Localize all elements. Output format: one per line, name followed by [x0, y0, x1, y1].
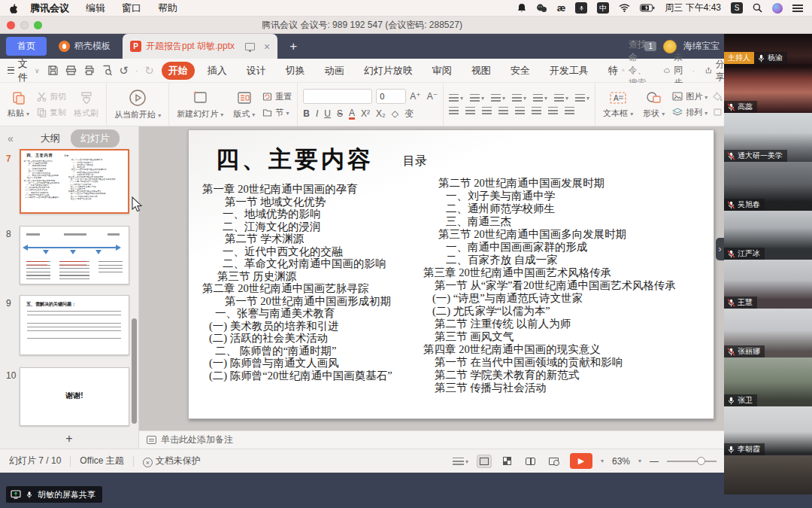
- menu-app-name[interactable]: 腾讯会议: [30, 2, 69, 15]
- slide-sorter-button[interactable]: [500, 455, 515, 468]
- spotlight-search-icon[interactable]: [753, 3, 762, 13]
- zoom-level[interactable]: 63%: [612, 456, 630, 467]
- picture-button[interactable]: 图片 ▾: [672, 91, 707, 102]
- menu-window[interactable]: 窗口: [122, 2, 141, 15]
- decrease-indent-icon[interactable]: ▾: [491, 94, 505, 102]
- theme-label[interactable]: Office 主题: [80, 455, 123, 467]
- subscript-icon[interactable]: X₂: [376, 108, 386, 119]
- notes-bar[interactable]: 单击此处添加备注: [139, 430, 724, 449]
- superscript-icon[interactable]: X²: [361, 108, 370, 119]
- font-size-input[interactable]: [376, 89, 406, 104]
- indent-left-icon[interactable]: [532, 107, 541, 114]
- bullets-icon[interactable]: ▾: [449, 94, 463, 102]
- participant-tile[interactable]: 主持人 杨渝: [724, 34, 812, 64]
- participant-tile[interactable]: 江严冰: [724, 211, 812, 260]
- wifi-icon[interactable]: [619, 4, 630, 12]
- ribbon-tab[interactable]: 设计: [240, 62, 273, 80]
- font-name-input[interactable]: [303, 89, 372, 104]
- menubar-clock[interactable]: 周三 下午4:43: [665, 2, 721, 14]
- participant-tile[interactable]: 张丽娜: [724, 309, 812, 357]
- slide-thumbnail-10[interactable]: 谢谢!: [20, 367, 129, 426]
- bold-icon[interactable]: B: [303, 108, 310, 119]
- justify-icon[interactable]: [498, 107, 508, 114]
- fill-button[interactable]: 填充 ▾: [713, 91, 724, 102]
- input-method-icon[interactable]: 中: [597, 2, 609, 14]
- app-s-icon[interactable]: S: [731, 2, 743, 14]
- slide-thumbnail-9[interactable]: 五、需解决的关键问题：: [20, 295, 129, 355]
- collapse-panel-button[interactable]: «: [8, 132, 14, 144]
- font-color-icon[interactable]: A: [349, 108, 355, 120]
- participant-tile[interactable]: 王慧: [724, 260, 812, 309]
- file-menu-button[interactable]: 文件 ∨: [8, 57, 40, 84]
- ribbon-tab[interactable]: 开始: [162, 62, 195, 80]
- participant-tile[interactable]: 李朝霞: [724, 406, 812, 455]
- zoom-slider-knob[interactable]: [697, 457, 705, 465]
- ribbon-tab[interactable]: 安全: [504, 62, 537, 80]
- section-button[interactable]: 节 ▾: [262, 107, 292, 118]
- document-tab[interactable]: P 开题报告ppt 胡敏.pptx ×: [123, 34, 277, 59]
- ribbon-tab[interactable]: 动画: [318, 62, 351, 80]
- underline-icon[interactable]: U: [324, 108, 331, 119]
- cut-button[interactable]: 剪切: [37, 91, 66, 102]
- italic-icon[interactable]: I: [316, 108, 318, 119]
- play-from-current-button[interactable]: 从当前开始 ▾: [112, 87, 163, 122]
- add-slide-button[interactable]: +: [0, 430, 139, 449]
- menu-help[interactable]: 帮助: [158, 2, 177, 15]
- participant-tile[interactable]: 张卫: [724, 357, 812, 406]
- participant-tile[interactable]: 吴旭春: [724, 162, 812, 211]
- indent-right-icon[interactable]: [548, 107, 558, 114]
- slideshow-display-button[interactable]: [547, 455, 562, 468]
- outline-tab[interactable]: 大纲: [41, 132, 60, 145]
- reading-view-button[interactable]: [523, 455, 538, 468]
- align-text-icon[interactable]: ▾: [554, 94, 568, 102]
- sidebar-collapse-chevron[interactable]: ›: [716, 238, 724, 260]
- text-effect-icon[interactable]: 变: [404, 108, 414, 120]
- format-painter-button[interactable]: 格式刷: [71, 89, 101, 120]
- align-center-icon[interactable]: [465, 107, 475, 114]
- textbox-button[interactable]: A 文本框 ▾: [601, 89, 635, 120]
- notification-bell-icon[interactable]: [517, 3, 526, 13]
- participant-tile[interactable]: 通大研一美学: [724, 113, 812, 162]
- docer-tab[interactable]: 稻壳模板: [47, 34, 123, 59]
- current-slide[interactable]: 四、主要内容 目录 第一章 20世纪南通中国画的孕育第一节 地域文化优势一、地域…: [188, 129, 714, 419]
- slides-tab[interactable]: 幻灯片: [71, 129, 120, 148]
- reset-slide-button[interactable]: 重置: [262, 91, 292, 102]
- participant-tile[interactable]: 高蕊: [724, 64, 812, 113]
- export-button[interactable]: [65, 65, 77, 76]
- slide-layout-button[interactable]: 版式 ▾: [231, 88, 257, 121]
- print-preview-button[interactable]: [102, 65, 113, 76]
- ribbon-tab[interactable]: 审阅: [426, 62, 459, 80]
- menu-edit[interactable]: 编辑: [86, 2, 105, 15]
- siri-icon[interactable]: [772, 3, 783, 14]
- screen-share-badge[interactable]: 胡敏的屏幕共享: [6, 486, 102, 503]
- slide-thumbnail-7[interactable]: 四、主要内容 目录 第一章 20世纪南通中国画的孕育第一节 地域文化优势一、地域…: [20, 149, 129, 214]
- clear-format-icon[interactable]: ◇: [392, 108, 398, 119]
- numbering-icon[interactable]: ▾: [470, 94, 484, 102]
- line-spacing-icon[interactable]: ▾: [575, 94, 589, 102]
- slideshow-play-button[interactable]: ▶: [570, 453, 592, 469]
- align-right-icon[interactable]: [482, 107, 492, 114]
- dictation-icon[interactable]: [575, 2, 587, 14]
- distribute-icon[interactable]: [515, 107, 525, 114]
- wechat-icon[interactable]: [536, 4, 547, 13]
- ribbon-tab[interactable]: 插入: [201, 62, 234, 80]
- share-screen-icon[interactable]: [245, 43, 255, 50]
- redo-button[interactable]: ↻: [144, 64, 154, 78]
- align-left-icon[interactable]: [449, 107, 459, 114]
- battery-icon[interactable]: [640, 4, 655, 12]
- increase-indent-icon[interactable]: ▾: [512, 94, 526, 102]
- normal-view-button[interactable]: [477, 455, 492, 468]
- ribbon-tab[interactable]: 开发工具: [543, 62, 595, 80]
- print-button[interactable]: [83, 65, 95, 76]
- new-slide-button[interactable]: 新建幻灯片 ▾: [174, 88, 226, 121]
- home-tab[interactable]: 首页: [6, 37, 47, 56]
- shapes-button[interactable]: 形状 ▾: [641, 89, 667, 120]
- apple-logo[interactable]: [9, 3, 18, 14]
- ae-input-icon[interactable]: æ: [557, 2, 566, 14]
- strikethrough-icon[interactable]: S: [337, 108, 343, 119]
- undo-button[interactable]: ↺: [120, 64, 129, 78]
- zoom-slider[interactable]: [667, 461, 717, 462]
- participant-tile[interactable]: [724, 455, 812, 494]
- new-tab-button[interactable]: +: [289, 39, 297, 54]
- arrange-button[interactable]: 排列 ▾: [672, 107, 707, 118]
